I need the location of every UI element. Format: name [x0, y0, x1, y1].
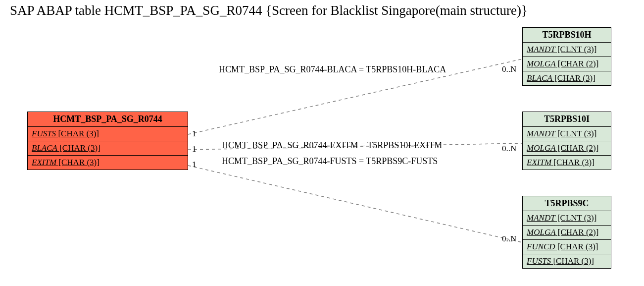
ref-table-2-row: FUSTS [CHAR (3)] — [523, 254, 611, 268]
ref-table-2-type: [CHAR (3)] — [555, 242, 598, 251]
main-table-row: FUSTS [CHAR (3)] — [28, 127, 188, 141]
relation-label-1: HCMT_BSP_PA_SG_R0744-EXITM = T5RPBS10I-E… — [222, 140, 442, 151]
main-table-header: HCMT_BSP_PA_SG_R0744 — [28, 112, 188, 127]
main-table-field: FUSTS — [32, 129, 56, 138]
main-table-type: [CHAR (3)] — [57, 143, 100, 153]
card-left-2: 1 — [192, 160, 197, 170]
card-right-1: 0..N — [502, 144, 516, 154]
svg-line-2 — [188, 166, 522, 242]
ref-table-0-row: BLACA [CHAR (3)] — [523, 71, 611, 85]
ref-table-1-type: [CHAR (2)] — [556, 143, 599, 153]
ref-table-2-field: MANDT — [527, 213, 555, 223]
card-right-2: 0..N — [502, 234, 516, 244]
card-right-0: 0..N — [502, 64, 516, 74]
ref-table-1-row: EXITM [CHAR (3)] — [523, 156, 611, 170]
ref-table-2: T5RPBS9C MANDT [CLNT (3)]MOLGA [CHAR (2)… — [522, 196, 611, 269]
ref-table-1-row: MANDT [CLNT (3)] — [523, 127, 611, 141]
ref-table-0-field: BLACA — [527, 73, 552, 83]
ref-table-1-type: [CHAR (3)] — [551, 158, 594, 167]
ref-table-2-row: FUNCD [CHAR (3)] — [523, 240, 611, 254]
ref-table-0-row: MANDT [CLNT (3)] — [523, 43, 611, 57]
main-table-field: BLACA — [32, 143, 57, 153]
ref-table-0-type: [CHAR (3)] — [552, 73, 595, 83]
ref-table-0-type: [CHAR (2)] — [556, 59, 599, 68]
relation-label-2: HCMT_BSP_PA_SG_R0744-FUSTS = T5RPBS9C-FU… — [222, 156, 438, 167]
ref-table-1: T5RPBS10I MANDT [CLNT (3)]MOLGA [CHAR (2… — [522, 112, 611, 170]
ref-table-1-field: MOLGA — [527, 143, 556, 153]
ref-table-1-field: MANDT — [527, 129, 555, 138]
ref-table-0-header: T5RPBS10H — [523, 28, 611, 43]
ref-table-2-field: FUSTS — [527, 256, 551, 266]
main-table-type: [CHAR (3)] — [56, 158, 99, 167]
main-table-field: EXITM — [32, 158, 56, 167]
ref-table-0-type: [CLNT (3)] — [555, 45, 597, 54]
ref-table-2-field: MOLGA — [527, 228, 556, 237]
ref-table-0-row: MOLGA [CHAR (2)] — [523, 57, 611, 71]
main-table-row: EXITM [CHAR (3)] — [28, 156, 188, 170]
page-title: SAP ABAP table HCMT_BSP_PA_SG_R0744 {Scr… — [10, 3, 528, 18]
ref-table-2-type: [CHAR (3)] — [551, 256, 594, 266]
ref-table-0-field: MANDT — [527, 45, 555, 54]
ref-table-1-type: [CLNT (3)] — [555, 129, 597, 138]
ref-table-1-row: MOLGA [CHAR (2)] — [523, 141, 611, 156]
main-table-row: BLACA [CHAR (3)] — [28, 141, 188, 156]
ref-table-1-field: EXITM — [527, 158, 551, 167]
ref-table-0-field: MOLGA — [527, 59, 556, 68]
ref-table-1-header: T5RPBS10I — [523, 112, 611, 127]
ref-table-2-field: FUNCD — [527, 242, 555, 251]
ref-table-2-type: [CLNT (3)] — [555, 213, 597, 223]
main-table: HCMT_BSP_PA_SG_R0744 FUSTS [CHAR (3)]BLA… — [27, 112, 188, 170]
main-table-type: [CHAR (3)] — [56, 129, 99, 138]
ref-table-2-row: MOLGA [CHAR (2)] — [523, 226, 611, 240]
ref-table-2-row: MANDT [CLNT (3)] — [523, 211, 611, 226]
relation-label-0: HCMT_BSP_PA_SG_R0744-BLACA = T5RPBS10H-B… — [219, 64, 446, 75]
ref-table-2-header: T5RPBS9C — [523, 196, 611, 211]
card-left-0: 1 — [192, 129, 197, 139]
ref-table-2-type: [CHAR (2)] — [556, 228, 599, 237]
card-left-1: 1 — [192, 144, 197, 154]
ref-table-0: T5RPBS10H MANDT [CLNT (3)]MOLGA [CHAR (2… — [522, 27, 611, 86]
